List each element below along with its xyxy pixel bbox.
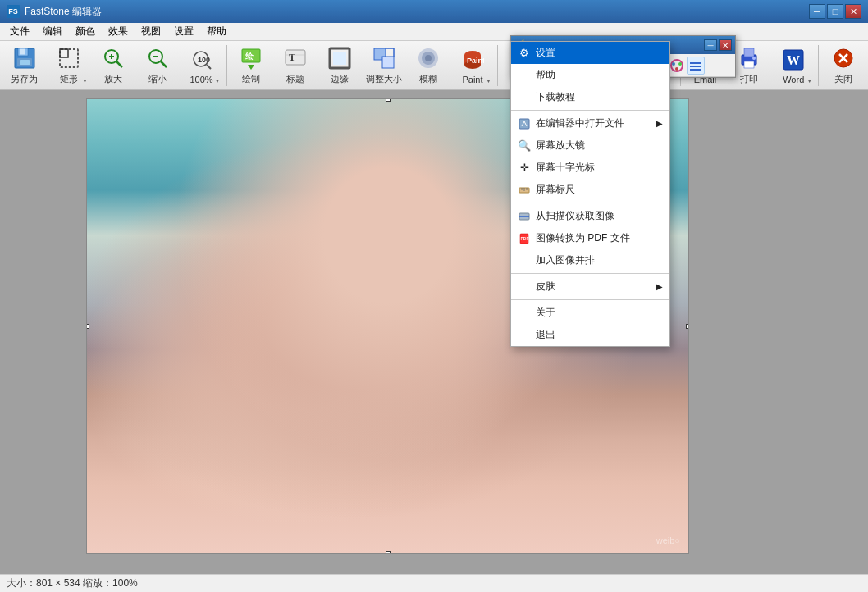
cap-menu-btn[interactable] [687, 57, 705, 75]
menu-item-ruler[interactable]: 屏幕标尺 [511, 179, 669, 201]
zoom100-dropdown-arrow: ▼ [215, 78, 221, 84]
window-close-button[interactable]: ✕ [845, 4, 861, 19]
capture-controls: ─ ✕ [704, 39, 732, 51]
menu-item-help[interactable]: 帮助 [511, 64, 669, 86]
svg-line-16 [207, 65, 211, 69]
maximize-button[interactable]: □ [827, 4, 843, 19]
menu-item-crosshair[interactable]: ✛ 屏幕十字光标 [511, 157, 669, 179]
title-button[interactable]: T 标题 [274, 43, 317, 88]
svg-line-13 [161, 61, 167, 67]
word-button[interactable]: W Word ▼ [772, 43, 815, 88]
handle-bottom[interactable] [386, 551, 391, 553]
blur-button[interactable]: 模糊 [407, 43, 450, 88]
svg-text:T: T [289, 52, 295, 63]
settings-icon: ⚙ [518, 47, 531, 60]
resize-button[interactable]: 调整大小 [363, 43, 405, 88]
menu-item-download-tutorial[interactable]: 下载教程 [511, 86, 669, 108]
app-icon: FS [7, 5, 20, 18]
menu-edit[interactable]: 编辑 [36, 23, 69, 40]
svg-text:Paint: Paint [467, 57, 484, 65]
print-icon [736, 45, 762, 71]
rect-button[interactable]: 矩形 ▼ [48, 43, 90, 88]
blur-icon [415, 45, 441, 71]
zoomin-label: 放大 [104, 73, 122, 85]
pdf-label: 图像转换为 PDF 文件 [536, 231, 630, 245]
menu-item-queue[interactable]: 加入图像并排 [511, 249, 669, 271]
title-label: 标题 [286, 73, 304, 85]
save-button[interactable]: 另存为 [3, 43, 46, 88]
open-editor-icon [518, 117, 531, 130]
rect-dropdown-arrow: ▼ [82, 78, 88, 84]
handle-right[interactable] [686, 324, 688, 329]
rect-icon [56, 45, 82, 71]
minimize-button[interactable]: ─ [809, 4, 825, 19]
menu-item-exit[interactable]: 退出 [511, 324, 669, 346]
status-text: 大小：801 × 534 缩放：100% [7, 576, 138, 590]
scanner-icon [518, 210, 531, 223]
svg-rect-52 [744, 48, 754, 57]
handle-left[interactable] [87, 324, 89, 329]
capture-close-button[interactable]: ✕ [719, 39, 732, 51]
menu-item-scanner[interactable]: 从扫描仪获取图像 [511, 205, 669, 227]
menu-item-pdf[interactable]: PDF 图像转换为 PDF 文件 [511, 227, 669, 249]
zoomin-button[interactable]: 放大 [92, 43, 135, 88]
menu-effects[interactable]: 效果 [102, 23, 135, 40]
open-in-editor-label: 在编辑器中打开文件 [536, 116, 624, 130]
paint-button[interactable]: Paint Paint ▼ [451, 43, 494, 88]
menu-item-open-in-editor[interactable]: 在编辑器中打开文件 ▶ [511, 112, 669, 134]
paint-dropdown-arrow: ▼ [486, 78, 491, 84]
zoomout-icon [144, 45, 171, 71]
svg-point-54 [752, 57, 756, 60]
border-label: 边缘 [331, 73, 349, 85]
queue-label: 加入图像并排 [536, 253, 595, 267]
sep4 [818, 45, 819, 86]
svg-line-10 [116, 61, 122, 67]
submenu-arrow-skin: ▶ [656, 282, 663, 291]
zoomout-button[interactable]: 缩小 [136, 43, 179, 88]
menu-item-magnifier[interactable]: 🔍 屏幕放大镜 [511, 134, 669, 157]
crosshair-icon: ✛ [518, 162, 531, 175]
border-button[interactable]: 边缘 [318, 43, 361, 88]
menu-color[interactable]: 颜色 [69, 23, 102, 40]
print-label: 打印 [740, 73, 758, 85]
menu-item-skin[interactable]: 皮肤 ▶ [511, 276, 669, 298]
menu-help[interactable]: 帮助 [200, 23, 233, 40]
canvas-area: weib○ [0, 90, 868, 574]
paint-icon: Paint [459, 47, 486, 73]
zoomin-icon [100, 45, 126, 71]
cap-color-btn[interactable] [668, 57, 686, 75]
statusbar: 大小：801 × 534 缩放：100% [0, 574, 868, 592]
about-icon [518, 307, 531, 320]
menu-item-settings[interactable]: ⚙ 设置 [511, 42, 669, 64]
svg-rect-79 [690, 66, 701, 67]
capture-minimize-button[interactable]: ─ [704, 39, 717, 51]
sep1 [226, 45, 227, 86]
save-icon [11, 45, 38, 71]
skin-label: 皮肤 [536, 280, 555, 294]
window-controls: ─ □ ✕ [809, 4, 861, 19]
editor-close-button[interactable]: 关闭 [822, 43, 865, 88]
svg-rect-81 [519, 119, 529, 129]
menu-divider-1 [511, 110, 669, 111]
draw-button[interactable]: 绘 绘制 [230, 43, 272, 88]
draw-label: 绘制 [242, 73, 260, 85]
settings-label: 设置 [536, 46, 555, 60]
scanner-label: 从扫描仪获取图像 [536, 209, 614, 223]
menu-view[interactable]: 视图 [135, 23, 167, 40]
svg-point-77 [675, 67, 678, 71]
zoom100-button[interactable]: 100 100% ▼ [180, 43, 223, 88]
handle-top[interactable] [386, 99, 391, 102]
svg-point-75 [672, 62, 675, 66]
pdf-icon: PDF [518, 232, 531, 245]
menu-settings[interactable]: 设置 [167, 23, 200, 40]
ruler-icon [518, 184, 531, 197]
svg-rect-26 [382, 57, 394, 68]
menu-divider-3 [511, 273, 669, 274]
svg-rect-5 [60, 49, 78, 67]
zoom100-icon: 100 [189, 47, 215, 73]
menu-item-about[interactable]: 关于 [511, 302, 669, 324]
svg-text:100: 100 [198, 56, 210, 64]
menu-file[interactable]: 文件 [3, 23, 36, 40]
magnifier-label: 屏幕放大镜 [536, 139, 585, 153]
dropdown-menu: ⚙ 设置 帮助 下载教程 在编辑器中打开文件 ▶ 🔍 屏幕放大镜 ✛ 屏幕十字光… [510, 41, 670, 347]
